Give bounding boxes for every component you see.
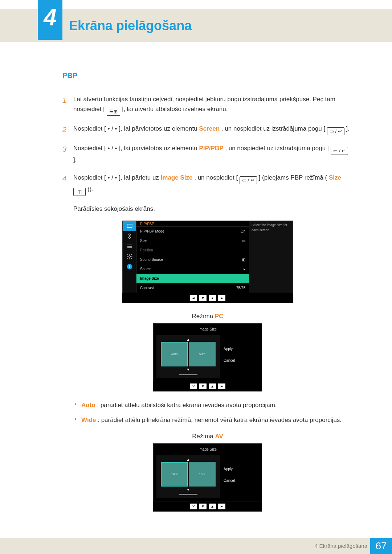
osd-row-size[interactable]: Size ▭	[136, 236, 249, 246]
osd-row-label: Sound Source	[140, 257, 163, 263]
highlight-av: AV	[215, 433, 223, 440]
monitor-stand-icon	[179, 374, 197, 375]
steps-list: 1 Lai atvērtu funkcijas taustiņu ceļvedi…	[62, 94, 353, 196]
section-title: PBP	[62, 70, 353, 81]
nav-up-icon[interactable]: ▲	[209, 504, 216, 509]
highlight-wide: Wide	[81, 416, 96, 423]
osd-row-image-size[interactable]: Image Size	[136, 274, 249, 283]
pbp-size-icon: ◫	[73, 188, 86, 196]
step-4: 4 Nospiediet [ • / • ], lai pārietu uz I…	[62, 173, 353, 196]
close-icon[interactable]: ✕	[190, 504, 197, 509]
osd-row-value: ◧	[242, 257, 245, 263]
osd-row-label: PIP/PBP Mode	[140, 229, 164, 234]
osd-side-picture-icon[interactable]	[123, 221, 136, 231]
step-3: 3 Nospiediet [ • / • ], lai pārvietotos …	[62, 143, 353, 165]
step-text-post: ] (pieejams PBP režīmā (	[259, 174, 327, 181]
page-footer: 4 Ekrāna pielāgošana 67	[0, 538, 392, 554]
chapter-number-tab: 4	[38, 0, 62, 40]
chapter-title: Ekrāna pielāgošana	[69, 15, 192, 36]
osd-nav-left-icon[interactable]: ◄	[190, 295, 197, 301]
step-text: Nospiediet [ • / • ], lai pārvietotos uz…	[73, 124, 353, 135]
appears-caption: Parādīsies sekojošais ekrāns.	[73, 204, 353, 214]
monitor-stand-icon	[179, 494, 197, 495]
osd-row-label: Image Size	[140, 276, 159, 282]
step-text: Lai atvērtu funkcijas taustiņu ceļvedi, …	[73, 94, 353, 116]
down-arrow-icon[interactable]: ▼	[187, 487, 190, 493]
preview-pc: Image Size ▲ Auto Auto ▼ Apply Cancel	[153, 323, 262, 391]
highlight-auto: Auto	[81, 402, 95, 409]
preview-title: Image Size	[156, 447, 259, 452]
footer-text: 4 Ekrāna pielāgošana	[315, 542, 367, 550]
svg-text:i: i	[129, 264, 130, 268]
step-text-pre: Nospiediet [ • / • ], lai pārvietotos uz…	[73, 125, 199, 132]
osd-row-mode[interactable]: PIP/PBP Mode On	[136, 227, 249, 236]
enter-icon: ▭ / ↩	[240, 176, 257, 184]
osd-row-label: Contrast	[140, 285, 154, 291]
preview-right-pane[interactable]: Auto	[189, 342, 216, 366]
nav-down-icon[interactable]: ▼	[199, 383, 207, 389]
osd-row-label: Size	[140, 238, 147, 244]
osd-nav-right-icon[interactable]: ►	[218, 295, 225, 301]
step-number: 2	[62, 124, 73, 135]
osd-nav-up-icon[interactable]: ▲	[209, 295, 216, 301]
close-icon[interactable]: ✕	[190, 383, 197, 389]
mode-av-label: Režīmā AV	[62, 431, 353, 441]
osd-side-screen-icon[interactable]	[123, 231, 136, 241]
nav-down-icon[interactable]: ▼	[199, 504, 207, 509]
osd-side-info-icon[interactable]: i	[123, 262, 136, 272]
bullets-list: Auto : parādiet attēlu atbilstoši katra …	[73, 400, 353, 425]
apply-button[interactable]: Apply	[224, 346, 235, 352]
step-1: 1 Lai atvērtu funkcijas taustiņu ceļvedi…	[62, 94, 353, 116]
enter-icon: ▭ / ↩	[331, 147, 348, 155]
preview-screen: ▲ Auto Auto ▼	[156, 335, 220, 378]
osd-row-position: Position	[136, 246, 249, 255]
nav-right-icon[interactable]: ►	[218, 504, 225, 509]
bullet-text: : parādiet attēlu atbilstoši katra ekrān…	[97, 402, 277, 409]
osd-row-label: Source	[140, 266, 152, 272]
osd-row-source[interactable]: Source ▸	[136, 264, 249, 274]
step-text-pre: Nospiediet [ • / • ], lai pārvietotos uz…	[73, 145, 199, 152]
preview-left-pane[interactable]: Auto	[161, 342, 188, 366]
osd-side-options-icon[interactable]	[123, 241, 136, 251]
step-2: 2 Nospiediet [ • / • ], lai pārvietotos …	[62, 124, 353, 135]
step-text-pre: Nospiediet [ • / • ], lai pārietu uz	[73, 174, 161, 181]
step-number: 3	[62, 143, 73, 165]
preview-right-pane[interactable]: 16:9	[189, 462, 216, 487]
cancel-button[interactable]: Cancel	[224, 478, 235, 484]
highlight-screen: Screen	[199, 125, 220, 132]
step-text-post: ].	[346, 125, 350, 132]
nav-right-icon[interactable]: ►	[218, 383, 225, 389]
osd-row-contrast[interactable]: Contrast 75/75	[136, 283, 249, 293]
step-number: 4	[62, 173, 73, 196]
osd-header: PIP/PBP	[136, 221, 249, 227]
step-text: Nospiediet [ • / • ], lai pārietu uz Ima…	[73, 173, 353, 196]
osd-nav-down-icon[interactable]: ▼	[199, 295, 207, 301]
highlight-image-size: Image Size	[161, 174, 193, 181]
nav-up-icon[interactable]: ▲	[209, 383, 216, 389]
osd-side-settings-icon[interactable]	[123, 251, 136, 262]
highlight-size: Size	[329, 174, 341, 181]
step-text-close: )).	[87, 186, 93, 193]
step-text: Nospiediet [ • / • ], lai pārvietotos uz…	[73, 143, 353, 165]
page-number: 67	[370, 538, 392, 554]
preview-av: Image Size ▲ 16:9 16:9 ▼ Apply Cancel	[153, 443, 262, 512]
osd-row-sound-source[interactable]: Sound Source ◧	[136, 255, 249, 264]
bullet-auto: Auto : parādiet attēlu atbilstoši katra …	[73, 400, 353, 410]
step-text-post: ].	[73, 156, 77, 163]
step-text-mid: , un nospiediet uz izstrādājuma pogu [	[221, 125, 325, 132]
mode-prefix: Režīmā	[192, 313, 215, 320]
osd-row-value: ▸	[244, 266, 245, 272]
down-arrow-icon[interactable]: ▼	[187, 367, 190, 373]
osd-sidebar: i	[123, 221, 136, 293]
osd-hint: Select the image size for each screen.	[249, 221, 293, 293]
preview-nav-buttons: ✕ ▼ ▲ ►	[153, 381, 262, 391]
enter-icon: ▭ / ↩	[327, 127, 344, 135]
step-text-mid: , un nospiediet uz izstrādājuma pogu [	[225, 145, 329, 152]
osd-row-value: ▭	[242, 238, 245, 244]
apply-button[interactable]: Apply	[224, 466, 235, 472]
preview-left-pane[interactable]: 16:9	[161, 462, 188, 487]
osd-nav-buttons: ◄ ▼ ▲ ►	[122, 293, 293, 303]
osd-row-value: 75/75	[236, 285, 245, 291]
cancel-button[interactable]: Cancel	[224, 358, 235, 364]
svg-rect-0	[127, 224, 132, 227]
